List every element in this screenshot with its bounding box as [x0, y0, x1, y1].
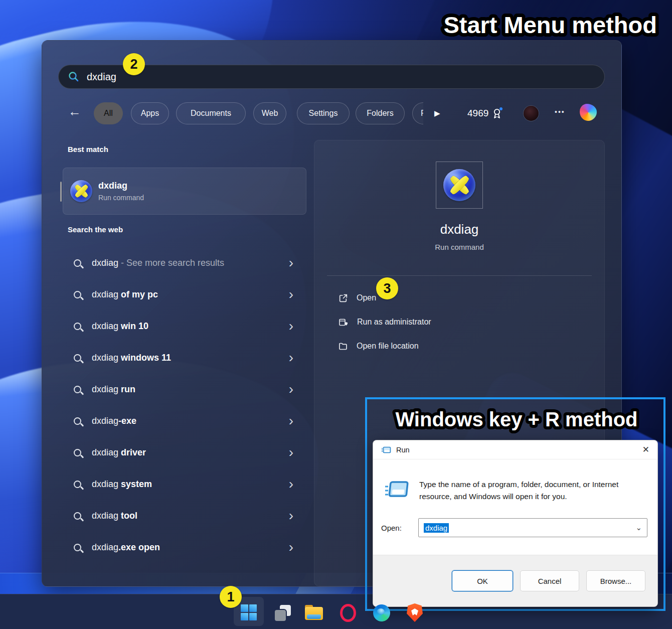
filter-tab-apps[interactable]: Apps	[131, 102, 169, 124]
suggestion-prefix: dxdiag	[92, 416, 118, 426]
step-badge-2: 2	[123, 53, 145, 75]
suggestion-text: dxdiag run	[92, 384, 135, 395]
start-button[interactable]	[241, 604, 257, 620]
chevron-right-icon[interactable]: ›	[289, 414, 293, 428]
run-app-icon	[384, 478, 410, 502]
search-the-web-header: Search the web	[68, 225, 123, 234]
open-external-icon	[338, 293, 349, 303]
suggestion-text: dxdiag.exe open	[92, 542, 160, 553]
chevron-right-icon[interactable]: ›	[289, 256, 293, 270]
chevron-right-icon[interactable]: ›	[289, 540, 293, 554]
suggestion-suffix: driver	[121, 447, 146, 457]
folder-icon	[338, 341, 349, 352]
action-run-as-admin[interactable]: Run as administrator	[338, 314, 431, 330]
web-suggestion-row[interactable]: dxdiag win 10 ›	[63, 312, 306, 340]
search-icon	[74, 354, 81, 362]
back-arrow-icon[interactable]: ←	[68, 104, 81, 119]
details-divider	[327, 275, 592, 276]
search-icon	[74, 449, 81, 456]
filter-tab-all[interactable]: All	[94, 102, 123, 124]
web-suggestion-row[interactable]: dxdiag.exe open ›	[63, 533, 306, 561]
best-match-result[interactable]: dxdiag Run command	[63, 168, 306, 215]
combobox-selected-text[interactable]: dxdiag	[424, 523, 449, 533]
action-admin-label: Run as administrator	[357, 318, 431, 327]
run-dialog-description: Type the name of a program, folder, docu…	[419, 479, 642, 503]
web-suggestion-row[interactable]: dxdiag of my pc ›	[63, 280, 306, 308]
details-title: dxdiag	[314, 222, 604, 237]
chevron-right-icon[interactable]: ›	[289, 477, 293, 491]
run-dialog-footer: OK Cancel Browse...	[373, 555, 657, 606]
app-icon-frame	[436, 162, 483, 209]
suggestion-suffix: of my pc	[121, 289, 158, 299]
suggestion-suffix: tool	[121, 511, 137, 521]
selection-accent-bar	[60, 182, 62, 202]
best-match-subtitle: Run command	[98, 194, 144, 202]
action-open-file-location[interactable]: Open file location	[338, 339, 419, 354]
chevron-right-icon[interactable]: ›	[289, 319, 293, 333]
admin-shield-icon	[338, 317, 349, 328]
filter-tab-settings[interactable]: Settings	[297, 102, 350, 124]
suggestion-prefix: dxdiag	[92, 258, 121, 268]
run-dialog-titlebar[interactable]: Run ✕	[373, 440, 657, 459]
start-menu-method-title: Start Menu method	[346, 2, 667, 45]
chevron-right-icon[interactable]: ›	[289, 445, 293, 459]
edge-button[interactable]	[373, 604, 390, 621]
filter-tab-documents[interactable]: Documents	[176, 102, 246, 124]
filter-tab-folders[interactable]: Folders	[356, 102, 405, 124]
suggestion-suffix: win 10	[121, 321, 148, 331]
chevron-right-icon[interactable]: ›	[289, 351, 293, 365]
suggestion-text: dxdiag of my pc	[92, 289, 158, 300]
search-input[interactable]: dxdiag	[87, 71, 116, 83]
suggestion-suffix: - See more search results	[121, 258, 224, 268]
start-menu-method-title-text: Start Menu method	[443, 12, 657, 38]
dropdown-chevron-icon[interactable]: ⌄	[635, 523, 642, 532]
run-dialog-title: Run	[396, 446, 410, 454]
action-location-label: Open file location	[357, 342, 419, 351]
cancel-button[interactable]: Cancel	[520, 570, 579, 591]
run-dialog: Run ✕ Type the name of a program, folder…	[373, 440, 658, 607]
chevron-right-icon[interactable]: ›	[289, 509, 293, 523]
web-suggestion-row[interactable]: dxdiag driver ›	[63, 438, 306, 466]
task-view-icon	[275, 610, 286, 621]
chevron-right-icon[interactable]: ›	[289, 287, 293, 301]
close-icon[interactable]: ✕	[642, 444, 649, 455]
web-suggestion-row[interactable]: dxdiag windows 11 ›	[63, 344, 306, 372]
web-suggestion-row[interactable]: dxdiag-exe ›	[63, 407, 306, 435]
run-command-combobox[interactable]: dxdiag ⌄	[418, 518, 647, 537]
suggestion-suffix: -exe	[118, 416, 136, 426]
rewards-counter[interactable]: 4969	[467, 107, 503, 120]
suggestion-suffix: system	[121, 479, 152, 489]
suggestion-prefix: dxdiag	[92, 289, 121, 299]
action-open[interactable]: Open	[338, 290, 376, 305]
ok-button[interactable]: OK	[452, 570, 513, 591]
filter-tab-web[interactable]: Web	[253, 102, 286, 124]
file-explorer-button[interactable]	[305, 605, 323, 620]
suggestion-text: dxdiag system	[92, 479, 152, 490]
task-view-button[interactable]	[275, 605, 291, 621]
opera-gx-button[interactable]	[340, 604, 356, 622]
search-icon	[74, 417, 81, 425]
copilot-icon[interactable]	[580, 104, 597, 121]
suggestion-suffix: run	[121, 384, 135, 394]
search-icon	[74, 512, 81, 520]
search-icon	[74, 386, 81, 393]
step-badge-3: 3	[376, 277, 398, 299]
desktop-screen: Start Menu method dxdiag ← All Apps Docu…	[0, 0, 672, 629]
user-avatar[interactable]	[524, 106, 539, 121]
dxdiag-app-icon	[70, 180, 92, 202]
suggestion-suffix: .exe open	[118, 542, 160, 552]
more-filters-icon[interactable]: ▶	[434, 109, 440, 118]
win-r-method-title: Windows key + R method	[376, 400, 657, 437]
web-suggestion-row[interactable]: dxdiag run ›	[63, 375, 306, 403]
browse-button[interactable]: Browse...	[586, 570, 645, 591]
suggestion-prefix: dxdiag	[92, 479, 121, 489]
chevron-right-icon[interactable]: ›	[289, 382, 293, 396]
search-icon	[74, 291, 81, 298]
web-suggestion-row[interactable]: dxdiag system ›	[63, 470, 306, 498]
filter-tab-photos-clipped[interactable]: P	[412, 102, 423, 124]
overflow-menu-icon[interactable]: •••	[555, 108, 565, 116]
web-suggestion-row[interactable]: dxdiag tool ›	[63, 502, 306, 530]
open-field-label: Open:	[381, 524, 402, 532]
suggestion-prefix: dxdiag	[92, 353, 121, 363]
web-suggestion-row[interactable]: dxdiag - See more search results ›	[63, 249, 306, 277]
